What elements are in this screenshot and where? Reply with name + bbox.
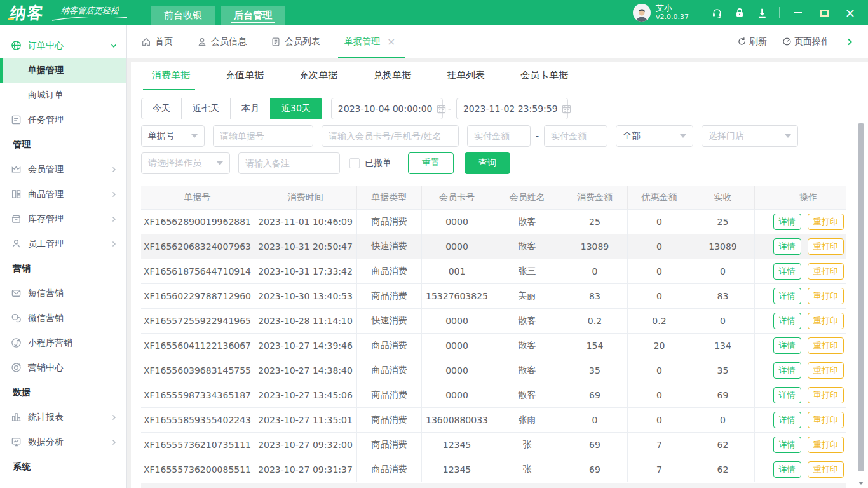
cell-paid: 62	[691, 458, 755, 482]
column-header: 会员姓名	[492, 186, 562, 210]
cell-amount: 83	[562, 284, 628, 309]
reprint-button[interactable]: 重打印	[808, 461, 844, 478]
page-ops-button[interactable]: 页面操作	[782, 36, 830, 48]
scrollbar-thumb[interactable]	[858, 123, 864, 471]
quick-range-last-30-days[interactable]: 近30天	[270, 98, 322, 119]
maximize-button[interactable]	[817, 5, 832, 20]
tab-member-list[interactable]: 会员列表	[271, 25, 320, 58]
quick-range-today[interactable]: 今天	[141, 98, 182, 119]
cell-paid: 25	[691, 210, 755, 234]
customer-service-icon[interactable]	[711, 7, 723, 19]
sidebar-item-marketing-center[interactable]: 营销中心	[0, 355, 126, 380]
detail-button[interactable]: 详情	[773, 362, 801, 379]
sidebar-item-member-management[interactable]: 会员管理	[0, 157, 126, 182]
detail-button[interactable]: 详情	[773, 412, 801, 428]
detail-button[interactable]: 详情	[773, 288, 801, 304]
tab-recharge-times-bills[interactable]: 充次单据	[298, 69, 339, 90]
bill-field-select[interactable]: 单据号	[141, 125, 205, 147]
sidebar-item-label: 系统	[13, 461, 126, 473]
cell-card-no: 0000	[422, 309, 492, 334]
remark-input[interactable]	[238, 152, 340, 174]
cell-actions: 详情重打印	[770, 358, 846, 383]
type-select[interactable]: 全部	[616, 125, 693, 147]
reprint-button[interactable]: 重打印	[808, 387, 844, 403]
date-from-input[interactable]: 2023-10-04 00:00:00	[331, 98, 443, 119]
sidebar-item-sms-marketing[interactable]: 短信营销	[0, 281, 126, 306]
tab-consume-bills[interactable]: 消费单据	[151, 69, 191, 90]
minimize-button[interactable]	[790, 5, 806, 20]
home-icon	[141, 37, 151, 47]
tab-pending-list[interactable]: 挂单列表	[445, 69, 486, 90]
sidebar-item-order-center[interactable]: 订单中心	[0, 33, 126, 58]
reprint-button[interactable]: 重打印	[808, 288, 844, 304]
reprint-button[interactable]: 重打印	[808, 337, 844, 354]
lock-icon[interactable]	[734, 7, 745, 18]
cell-card-no: 0000	[422, 358, 492, 383]
reprint-button[interactable]: 重打印	[808, 214, 844, 230]
topnav-tab-label: 前台收银	[164, 10, 202, 22]
column-header: 操作	[770, 186, 846, 210]
detail-button[interactable]: 详情	[773, 238, 801, 255]
tab-member-info[interactable]: 会员信息	[197, 25, 247, 58]
topnav: 前台收银后台管理	[151, 6, 285, 25]
table-row: XF165618756447109142023-10-31 17:33:42商品…	[141, 259, 858, 284]
cell-card-no: 0000	[422, 383, 492, 408]
cell-paid: 0	[691, 309, 755, 334]
sidebar-item-wechat-marketing[interactable]: 微信营销	[0, 306, 126, 330]
sidebar-item-staff-management[interactable]: 员工管理	[0, 231, 126, 256]
scrollbar-down-arrow[interactable]	[858, 480, 864, 486]
cell-gap	[755, 210, 770, 234]
topnav-tab-admin[interactable]: 后台管理	[221, 6, 285, 25]
operator-select[interactable]: 请选择操作员	[141, 152, 230, 174]
topnav-tab-cashier[interactable]: 前台收银	[151, 6, 215, 25]
tab-recharge-bills[interactable]: 充值单据	[224, 69, 265, 90]
detail-button[interactable]: 详情	[773, 337, 801, 354]
reprint-button[interactable]: 重打印	[808, 263, 844, 280]
cell-type: 商品消费	[357, 259, 422, 284]
reprint-button[interactable]: 重打印	[808, 238, 844, 255]
close-button[interactable]: ×	[843, 5, 858, 20]
detail-button[interactable]: 详情	[773, 313, 801, 329]
store-select-placeholder: 选择门店	[709, 130, 785, 142]
tab-exchange-bills[interactable]: 兑换单据	[372, 69, 412, 90]
sidebar-item-data-analysis[interactable]: 数据分析	[0, 430, 126, 454]
user-info[interactable]: 艾小 v2.0.0.37	[633, 4, 689, 22]
sidebar-item-statistics-report[interactable]: 统计报表	[0, 405, 126, 430]
bill-no-input[interactable]	[213, 125, 313, 147]
revoked-checkbox[interactable]	[349, 158, 360, 168]
reprint-button[interactable]: 重打印	[808, 313, 844, 329]
reprint-button[interactable]: 重打印	[808, 437, 844, 453]
quick-range-last-7-days[interactable]: 近七天	[181, 98, 231, 119]
sidebar-item-product-management[interactable]: 商品管理	[0, 182, 126, 207]
store-select[interactable]: 选择门店	[702, 125, 798, 147]
detail-button[interactable]: 详情	[773, 387, 801, 403]
member-search-input[interactable]	[322, 125, 459, 147]
tab-home[interactable]: 首页	[141, 25, 173, 58]
sidebar-item-mall-orders[interactable]: 商城订单	[0, 83, 126, 107]
sidebar-item-miniprogram-marketing[interactable]: 小程序营销	[0, 330, 126, 355]
date-to-input[interactable]: 2023-11-02 23:59:59	[456, 98, 568, 119]
close-icon[interactable]: ×	[387, 36, 395, 48]
reprint-button[interactable]: 重打印	[808, 412, 844, 428]
detail-button[interactable]: 详情	[773, 263, 801, 280]
sidebar-item-task-management[interactable]: 任务管理	[0, 107, 126, 132]
page-ops-expand-icon[interactable]	[845, 37, 854, 46]
tab-bill-management[interactable]: 单据管理×	[344, 25, 395, 58]
detail-button[interactable]: 详情	[773, 214, 801, 230]
sidebar-item-inventory-management[interactable]: 库存管理	[0, 207, 126, 231]
member-icon	[197, 37, 207, 47]
tab-label: 会员列表	[285, 36, 320, 48]
refresh-button[interactable]: 刷新	[737, 36, 767, 48]
download-icon[interactable]	[756, 7, 768, 19]
amount-max-input[interactable]	[544, 125, 607, 147]
detail-button[interactable]: 详情	[773, 461, 801, 478]
quick-range-this-month[interactable]: 本月	[230, 98, 271, 119]
cell-gap	[755, 284, 770, 309]
reset-button[interactable]: 重置	[408, 152, 454, 174]
search-button[interactable]: 查询	[465, 152, 510, 174]
amount-min-input[interactable]	[467, 125, 531, 147]
reprint-button[interactable]: 重打印	[808, 362, 844, 379]
tab-member-card-bills[interactable]: 会员卡单据	[519, 69, 569, 90]
sidebar-item-bill-management[interactable]: 单据管理	[0, 58, 126, 83]
detail-button[interactable]: 详情	[773, 437, 801, 453]
